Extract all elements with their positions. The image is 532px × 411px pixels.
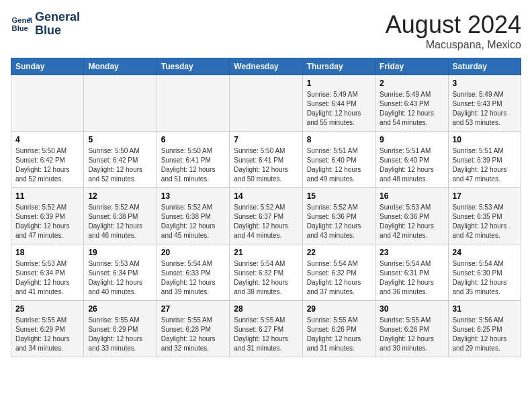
calendar-cell: 8Sunrise: 5:51 AMSunset: 6:40 PMDaylight… xyxy=(302,132,375,188)
day-number: 6 xyxy=(161,135,225,144)
header: General Blue General Blue August 2024 Ma… xyxy=(11,11,521,51)
day-info: Sunrise: 5:51 AMSunset: 6:39 PMDaylight:… xyxy=(453,146,517,184)
day-info: Sunrise: 5:55 AMSunset: 6:28 PMDaylight:… xyxy=(161,316,225,353)
day-info: Sunrise: 5:49 AMSunset: 6:44 PMDaylight:… xyxy=(307,90,371,128)
calendar-cell: 29Sunrise: 5:55 AMSunset: 6:26 PMDayligh… xyxy=(302,301,375,357)
calendar-cell: 21Sunrise: 5:54 AMSunset: 6:32 PMDayligh… xyxy=(230,244,302,301)
day-info: Sunrise: 5:56 AMSunset: 6:25 PMDaylight:… xyxy=(453,316,517,353)
day-number: 27 xyxy=(161,304,225,314)
day-info: Sunrise: 5:49 AMSunset: 6:43 PMDaylight:… xyxy=(380,90,443,128)
logo: General Blue General Blue xyxy=(11,11,80,38)
day-info: Sunrise: 5:52 AMSunset: 6:37 PMDaylight:… xyxy=(234,203,298,240)
svg-text:General: General xyxy=(12,16,32,24)
day-number: 26 xyxy=(88,304,152,314)
day-number: 14 xyxy=(234,191,298,201)
calendar-cell xyxy=(157,75,229,132)
day-number: 22 xyxy=(307,248,371,257)
day-header-wednesday: Wednesday xyxy=(230,58,302,75)
calendar-cell: 20Sunrise: 5:54 AMSunset: 6:33 PMDayligh… xyxy=(157,244,229,301)
calendar-cell: 24Sunrise: 5:54 AMSunset: 6:30 PMDayligh… xyxy=(448,244,521,301)
calendar-cell: 1Sunrise: 5:49 AMSunset: 6:44 PMDaylight… xyxy=(302,75,375,132)
calendar-cell xyxy=(11,75,84,132)
day-info: Sunrise: 5:52 AMSunset: 6:39 PMDaylight:… xyxy=(15,203,79,240)
day-header-tuesday: Tuesday xyxy=(157,58,229,75)
calendar-cell: 11Sunrise: 5:52 AMSunset: 6:39 PMDayligh… xyxy=(11,188,84,244)
calendar-cell: 27Sunrise: 5:55 AMSunset: 6:28 PMDayligh… xyxy=(157,301,229,357)
calendar-cell: 5Sunrise: 5:50 AMSunset: 6:42 PMDaylight… xyxy=(84,132,157,188)
day-number: 8 xyxy=(307,135,371,144)
day-number: 17 xyxy=(453,191,517,201)
calendar-cell: 28Sunrise: 5:55 AMSunset: 6:27 PMDayligh… xyxy=(230,301,302,357)
day-info: Sunrise: 5:53 AMSunset: 6:35 PMDaylight:… xyxy=(453,203,517,240)
day-number: 24 xyxy=(453,248,517,257)
calendar-cell: 31Sunrise: 5:56 AMSunset: 6:25 PMDayligh… xyxy=(448,301,521,357)
day-number: 25 xyxy=(15,304,79,314)
day-info: Sunrise: 5:52 AMSunset: 6:38 PMDaylight:… xyxy=(88,203,152,240)
calendar-week-row: 11Sunrise: 5:52 AMSunset: 6:39 PMDayligh… xyxy=(11,188,521,244)
calendar-cell: 18Sunrise: 5:53 AMSunset: 6:34 PMDayligh… xyxy=(11,244,84,301)
calendar-cell xyxy=(84,75,157,132)
day-info: Sunrise: 5:50 AMSunset: 6:41 PMDaylight:… xyxy=(161,146,225,184)
day-number: 9 xyxy=(380,135,443,144)
calendar-cell: 3Sunrise: 5:49 AMSunset: 6:43 PMDaylight… xyxy=(448,75,521,132)
day-info: Sunrise: 5:51 AMSunset: 6:40 PMDaylight:… xyxy=(307,146,371,184)
day-number: 21 xyxy=(234,248,298,257)
day-header-thursday: Thursday xyxy=(302,58,375,75)
day-number: 30 xyxy=(380,304,443,314)
calendar-cell: 26Sunrise: 5:55 AMSunset: 6:29 PMDayligh… xyxy=(84,301,157,357)
day-number: 3 xyxy=(453,79,517,88)
calendar-week-row: 25Sunrise: 5:55 AMSunset: 6:29 PMDayligh… xyxy=(11,301,521,357)
day-header-sunday: Sunday xyxy=(11,58,84,75)
calendar-table: SundayMondayTuesdayWednesdayThursdayFrid… xyxy=(11,58,521,357)
day-number: 16 xyxy=(380,191,443,201)
calendar-cell: 9Sunrise: 5:51 AMSunset: 6:40 PMDaylight… xyxy=(375,132,448,188)
calendar-cell: 2Sunrise: 5:49 AMSunset: 6:43 PMDaylight… xyxy=(375,75,448,132)
title-area: August 2024 Macuspana, Mexico xyxy=(386,11,521,51)
day-info: Sunrise: 5:49 AMSunset: 6:43 PMDaylight:… xyxy=(453,90,517,128)
day-info: Sunrise: 5:55 AMSunset: 6:27 PMDaylight:… xyxy=(234,316,298,353)
main-title: August 2024 xyxy=(386,11,521,39)
calendar-cell: 22Sunrise: 5:54 AMSunset: 6:32 PMDayligh… xyxy=(302,244,375,301)
day-info: Sunrise: 5:54 AMSunset: 6:32 PMDaylight:… xyxy=(307,259,371,297)
day-number: 15 xyxy=(307,191,371,201)
day-info: Sunrise: 5:52 AMSunset: 6:36 PMDaylight:… xyxy=(307,203,371,240)
calendar-cell: 23Sunrise: 5:54 AMSunset: 6:31 PMDayligh… xyxy=(375,244,448,301)
day-number: 12 xyxy=(88,191,152,201)
day-info: Sunrise: 5:53 AMSunset: 6:34 PMDaylight:… xyxy=(88,259,152,297)
calendar-cell: 16Sunrise: 5:53 AMSunset: 6:36 PMDayligh… xyxy=(375,188,448,244)
calendar-cell: 10Sunrise: 5:51 AMSunset: 6:39 PMDayligh… xyxy=(448,132,521,188)
day-number: 13 xyxy=(161,191,225,201)
calendar-cell: 13Sunrise: 5:52 AMSunset: 6:38 PMDayligh… xyxy=(157,188,229,244)
day-info: Sunrise: 5:50 AMSunset: 6:42 PMDaylight:… xyxy=(15,146,79,184)
day-info: Sunrise: 5:55 AMSunset: 6:26 PMDaylight:… xyxy=(307,316,371,353)
day-number: 29 xyxy=(307,304,371,314)
subtitle: Macuspana, Mexico xyxy=(386,39,521,51)
logo-text: General Blue xyxy=(35,11,80,38)
day-number: 11 xyxy=(15,191,79,201)
day-header-monday: Monday xyxy=(84,58,157,75)
day-info: Sunrise: 5:55 AMSunset: 6:26 PMDaylight:… xyxy=(380,316,443,353)
day-info: Sunrise: 5:54 AMSunset: 6:33 PMDaylight:… xyxy=(161,259,225,297)
day-info: Sunrise: 5:52 AMSunset: 6:38 PMDaylight:… xyxy=(161,203,225,240)
day-info: Sunrise: 5:53 AMSunset: 6:36 PMDaylight:… xyxy=(380,203,443,240)
calendar-cell: 7Sunrise: 5:50 AMSunset: 6:41 PMDaylight… xyxy=(230,132,302,188)
day-header-saturday: Saturday xyxy=(448,58,521,75)
day-info: Sunrise: 5:55 AMSunset: 6:29 PMDaylight:… xyxy=(15,316,79,353)
calendar-cell: 4Sunrise: 5:50 AMSunset: 6:42 PMDaylight… xyxy=(11,132,84,188)
calendar-body: 1Sunrise: 5:49 AMSunset: 6:44 PMDaylight… xyxy=(11,75,521,357)
day-number: 20 xyxy=(161,248,225,257)
day-number: 10 xyxy=(453,135,517,144)
day-number: 23 xyxy=(380,248,443,257)
day-number: 18 xyxy=(15,248,79,257)
day-info: Sunrise: 5:53 AMSunset: 6:34 PMDaylight:… xyxy=(15,259,79,297)
day-number: 2 xyxy=(380,79,443,88)
calendar-cell xyxy=(230,75,302,132)
logo-icon: General Blue xyxy=(11,13,32,35)
calendar-cell: 14Sunrise: 5:52 AMSunset: 6:37 PMDayligh… xyxy=(230,188,302,244)
calendar-header-row: SundayMondayTuesdayWednesdayThursdayFrid… xyxy=(11,58,521,75)
calendar-week-row: 1Sunrise: 5:49 AMSunset: 6:44 PMDaylight… xyxy=(11,75,521,132)
day-number: 28 xyxy=(234,304,298,314)
day-info: Sunrise: 5:54 AMSunset: 6:32 PMDaylight:… xyxy=(234,259,298,297)
day-number: 31 xyxy=(453,304,517,314)
svg-text:Blue: Blue xyxy=(12,24,28,32)
